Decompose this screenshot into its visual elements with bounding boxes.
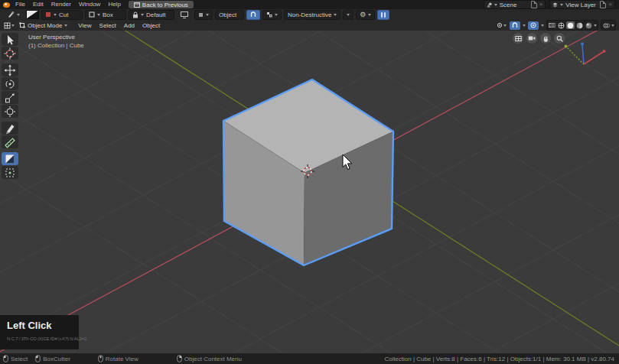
tool-select-box[interactable]: [2, 33, 18, 46]
tool-mirror[interactable]: [2, 166, 18, 179]
boxcutter-logo-icon[interactable]: [26, 10, 39, 19]
shading-wireframe[interactable]: [557, 21, 565, 29]
operation-dropdown[interactable]: Cut: [41, 10, 83, 20]
behavior-dropdown[interactable]: Default: [129, 10, 174, 20]
shape-dropdown[interactable]: Box: [85, 10, 126, 20]
shading-rendered[interactable]: [585, 21, 593, 29]
screencast-key-overlay: Left Click N C.7 / 3Th CO (X)CE ID# (+X?…: [0, 315, 79, 349]
zoom-view-button[interactable]: [554, 33, 565, 44]
pause-button[interactable]: [377, 10, 389, 20]
mouse-middle-icon: [98, 355, 103, 362]
viewport-editor-icon: [4, 22, 11, 29]
overlays-icon: [603, 22, 610, 29]
chevron-down-icon[interactable]: [523, 24, 526, 27]
unlink-scene-icon[interactable]: ×: [539, 2, 543, 8]
snap-toggle[interactable]: [510, 21, 520, 30]
xray-toggle[interactable]: [548, 21, 556, 29]
menu-object[interactable]: Object: [138, 22, 164, 29]
move-icon: [4, 64, 16, 76]
tool-scale[interactable]: [2, 91, 18, 104]
menu-edit[interactable]: Edit: [29, 0, 47, 9]
snap-toggle-button[interactable]: [246, 10, 260, 20]
proportional-edit-toggle[interactable]: [528, 21, 539, 30]
chevron-down-icon[interactable]: [541, 24, 544, 27]
chevron-down-icon: [368, 14, 371, 16]
menu-view[interactable]: View: [74, 22, 95, 29]
menu-window[interactable]: Window: [75, 0, 104, 9]
box-shape-icon: [89, 11, 95, 18]
top-menu-bar: File Edit Render Window Help Back to Pre…: [0, 0, 619, 9]
pivot-mode-dropdown[interactable]: [194, 10, 213, 20]
shading-material[interactable]: [575, 21, 584, 29]
xray-icon: [549, 22, 555, 28]
tool-move[interactable]: [2, 63, 18, 76]
chevron-down-icon[interactable]: [594, 24, 597, 27]
camera-icon: [528, 35, 536, 41]
viewport-header: Object Mode View Select Add Object: [0, 20, 619, 31]
menu-help[interactable]: Help: [104, 0, 124, 9]
display-button[interactable]: [177, 10, 192, 20]
blender-logo-icon[interactable]: [3, 2, 10, 8]
3d-cursor-icon: [4, 47, 16, 60]
menu-render[interactable]: Render: [47, 0, 75, 9]
view-layer-selector[interactable]: View Layer ×: [549, 0, 615, 9]
tool-measure[interactable]: [2, 135, 18, 148]
chevron-down-icon[interactable]: [611, 24, 614, 27]
toolbar: [2, 33, 18, 179]
chevron-down-icon: [494, 4, 497, 6]
transform-icon: [4, 106, 16, 118]
tool-rotate[interactable]: [2, 77, 18, 90]
snap-target-icon: [266, 11, 272, 18]
chevron-down-icon: [347, 14, 350, 16]
scene-selector[interactable]: Scene ×: [484, 0, 546, 9]
shading-solid[interactable]: [566, 21, 575, 29]
chevron-down-icon: [17, 14, 20, 16]
tool-settings-gear-dropdown[interactable]: ⚙: [356, 10, 375, 20]
shading-wireframe-icon: [558, 22, 565, 29]
camera-view-button[interactable]: [526, 33, 537, 44]
unlink-layer-icon[interactable]: ×: [608, 2, 612, 8]
status-rotate-view: Rotate View: [98, 355, 138, 362]
pan-view-button[interactable]: [540, 33, 551, 44]
rotate-icon: [4, 78, 16, 90]
tool-annotate[interactable]: [2, 122, 18, 135]
back-to-previous-button[interactable]: Back to Previous: [129, 1, 194, 8]
chevron-down-icon: [54, 14, 57, 16]
mouse-left-icon: [3, 355, 8, 362]
proportional-icon: [530, 22, 536, 28]
snap-target-dropdown[interactable]: [262, 10, 282, 20]
chevron-down-icon: [141, 14, 144, 16]
tool-boxcutter[interactable]: [2, 152, 18, 165]
mode-button[interactable]: Object: [215, 10, 244, 20]
chevron-down-icon: [560, 4, 563, 6]
menu-file[interactable]: File: [11, 0, 29, 9]
viewport-canvas[interactable]: [0, 20, 619, 353]
annotate-pen-icon: [4, 122, 16, 135]
tool-cursor[interactable]: [2, 47, 18, 60]
mode-selector-dropdown[interactable]: Object Mode: [15, 21, 71, 30]
status-boxcutter: BoxCutter: [35, 355, 70, 362]
gear-icon: ⚙: [360, 11, 366, 18]
new-scene-icon[interactable]: [531, 1, 537, 8]
editor-type-dropdown[interactable]: [3, 21, 15, 30]
pivot-icon: [497, 22, 503, 28]
status-select: Select: [3, 355, 28, 362]
overlays-toggle[interactable]: [602, 21, 611, 29]
lock-icon: [132, 11, 138, 18]
view-layer-icon: [552, 2, 558, 8]
mini-box-icon: [198, 12, 204, 18]
menu-add[interactable]: Add: [120, 22, 138, 29]
new-layer-icon[interactable]: [600, 1, 606, 8]
axis-gizmo[interactable]: [565, 43, 606, 65]
tool-transform[interactable]: [2, 105, 18, 118]
shading-group: [546, 20, 598, 31]
ortho-toggle-button[interactable]: [513, 33, 523, 44]
shading-rendered-icon: [585, 22, 592, 29]
method-dropdown[interactable]: Non-Destructive: [284, 10, 340, 20]
pivot-point-dropdown[interactable]: [496, 21, 507, 30]
active-tool-dropdown[interactable]: [3, 10, 24, 20]
extra-dropdown[interactable]: [343, 10, 353, 20]
cube-object[interactable]: [223, 80, 393, 265]
menu-select[interactable]: Select: [96, 22, 120, 29]
chevron-down-icon: [11, 24, 15, 27]
